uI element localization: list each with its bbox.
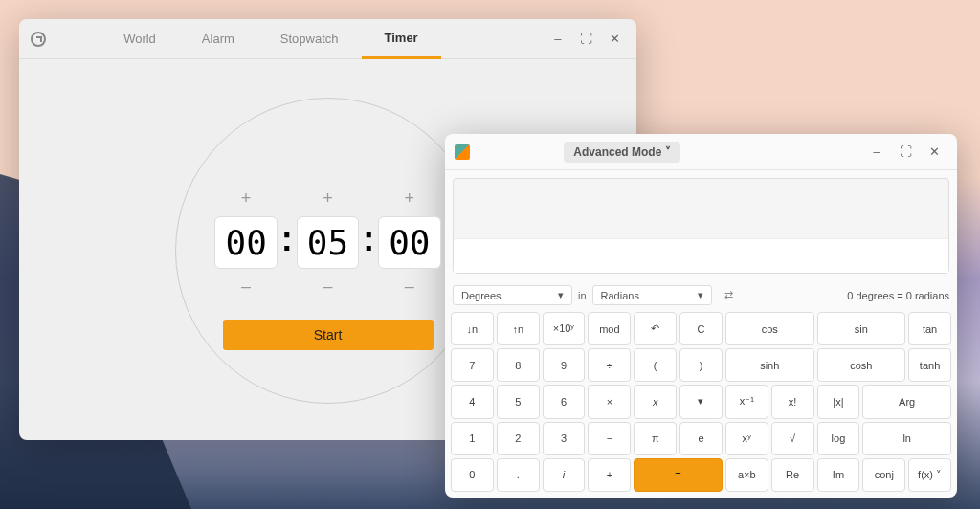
- tab-timer[interactable]: Timer: [362, 19, 441, 59]
- hours-box[interactable]: 00: [214, 216, 277, 269]
- start-button[interactable]: Start: [223, 320, 434, 350]
- btn-lparen[interactable]: (: [634, 348, 677, 382]
- colon: :: [363, 219, 374, 265]
- btn-5[interactable]: 5: [497, 385, 540, 418]
- btn-undo[interactable]: ↶: [634, 312, 677, 345]
- display-input[interactable]: [454, 238, 948, 273]
- btn-3[interactable]: 3: [543, 422, 586, 455]
- btn-shift-up[interactable]: ↑n: [497, 312, 540, 345]
- calculator-window: Advanced Mode ˅ – ⛶ ✕ Degrees ▾ in Radia…: [445, 134, 957, 498]
- btn-memory-dropdown[interactable]: ▾: [679, 385, 723, 418]
- btn-4[interactable]: 4: [451, 385, 494, 418]
- clocks-titlebar: World Alarm Stopwatch Timer – ⛶ ✕: [19, 19, 636, 59]
- btn-ln[interactable]: ln: [862, 422, 951, 455]
- seconds-increment[interactable]: +: [395, 188, 424, 209]
- btn-decimal[interactable]: .: [497, 458, 540, 492]
- btn-pi[interactable]: π: [634, 422, 677, 455]
- clocks-tabs: World Alarm Stopwatch Timer: [100, 19, 441, 59]
- btn-shift-down[interactable]: ↓n: [451, 312, 494, 345]
- angle-from-select[interactable]: Degrees ▾: [453, 285, 572, 305]
- btn-2[interactable]: 2: [497, 422, 540, 455]
- btn-re[interactable]: Re: [771, 458, 814, 492]
- clocks-window-controls: – ⛶ ✕: [550, 32, 629, 47]
- btn-plus[interactable]: +: [588, 458, 631, 492]
- btn-rparen[interactable]: ): [679, 348, 723, 382]
- btn-cos[interactable]: cos: [725, 312, 814, 345]
- calc-app-icon: [455, 144, 470, 160]
- angle-result: 0 degrees = 0 radians: [847, 290, 949, 301]
- btn-cosh[interactable]: cosh: [817, 348, 906, 382]
- btn-multiply[interactable]: ×: [588, 385, 631, 418]
- minimize-button[interactable]: –: [869, 144, 884, 160]
- calc-titlebar: Advanced Mode ˅ – ⛶ ✕: [445, 134, 957, 170]
- btn-i[interactable]: i: [543, 458, 586, 492]
- btn-8[interactable]: 8: [497, 348, 540, 382]
- minutes-increment[interactable]: +: [313, 188, 342, 209]
- btn-divide[interactable]: ÷: [588, 348, 631, 382]
- btn-axb[interactable]: a×b: [725, 458, 768, 492]
- tab-stopwatch[interactable]: Stopwatch: [257, 19, 362, 59]
- maximize-button[interactable]: ⛶: [579, 32, 594, 47]
- btn-9[interactable]: 9: [543, 348, 586, 382]
- close-button[interactable]: ✕: [608, 32, 623, 47]
- hours-increment[interactable]: +: [232, 188, 260, 209]
- btn-x-inverse[interactable]: x⁻¹: [725, 385, 768, 418]
- mode-label: Advanced Mode: [573, 145, 661, 159]
- minutes-decrement[interactable]: –: [313, 277, 342, 297]
- angle-to-label: Radians: [601, 290, 639, 301]
- in-label: in: [578, 290, 587, 301]
- display-history: [454, 179, 948, 238]
- btn-equals[interactable]: =: [634, 458, 723, 492]
- colon: :: [281, 219, 293, 265]
- btn-tan[interactable]: tan: [908, 312, 951, 345]
- calc-keypad: ↓n ↑n ×10ʸ mod ↶ C cos sin tan 7 8 9 ÷ (…: [445, 309, 957, 498]
- btn-sin[interactable]: sin: [817, 312, 906, 345]
- btn-abs[interactable]: |x|: [817, 385, 860, 418]
- swap-button[interactable]: ⇄: [718, 286, 741, 305]
- minimize-button[interactable]: –: [550, 32, 566, 47]
- btn-log[interactable]: log: [817, 422, 860, 455]
- minutes-box[interactable]: 05: [297, 216, 359, 269]
- chevron-down-icon: ▾: [558, 289, 564, 301]
- btn-mod[interactable]: mod: [588, 312, 631, 345]
- close-button[interactable]: ✕: [926, 144, 942, 160]
- tab-world[interactable]: World: [100, 19, 179, 59]
- btn-7[interactable]: 7: [451, 348, 494, 382]
- btn-arg[interactable]: Arg: [862, 385, 951, 418]
- btn-x[interactable]: x: [634, 385, 677, 418]
- btn-conj[interactable]: conj: [862, 458, 905, 492]
- angle-to-select[interactable]: Radians ▾: [592, 285, 712, 305]
- chevron-down-icon: ▾: [698, 289, 703, 301]
- seconds-decrement[interactable]: –: [395, 277, 424, 297]
- btn-x-pow-y[interactable]: xʸ: [725, 422, 768, 455]
- x-label: x: [653, 396, 658, 408]
- btn-clear[interactable]: C: [679, 312, 723, 345]
- btn-sinh[interactable]: sinh: [725, 348, 814, 382]
- angle-conversion-row: Degrees ▾ in Radians ▾ ⇄ 0 degrees = 0 r…: [445, 281, 957, 309]
- timer-time-row: + 00 – : + 05 – : + 00 –: [214, 188, 440, 297]
- btn-im[interactable]: Im: [817, 458, 860, 492]
- maximize-button[interactable]: ⛶: [898, 144, 913, 160]
- btn-factorial[interactable]: x!: [771, 385, 814, 418]
- btn-minus[interactable]: −: [588, 422, 631, 455]
- angle-from-label: Degrees: [461, 290, 501, 301]
- chevron-down-icon: ˅: [665, 145, 671, 159]
- btn-1[interactable]: 1: [451, 422, 494, 455]
- btn-fx[interactable]: f(x) ˅: [908, 458, 951, 492]
- seconds-box[interactable]: 00: [378, 216, 440, 269]
- btn-0[interactable]: 0: [451, 458, 494, 492]
- calc-display[interactable]: [453, 178, 949, 274]
- btn-sqrt[interactable]: √: [771, 422, 814, 455]
- btn-times-10y[interactable]: ×10ʸ: [543, 312, 586, 345]
- clocks-app-icon: [31, 32, 46, 47]
- tab-alarm[interactable]: Alarm: [179, 19, 257, 59]
- hours-decrement[interactable]: –: [232, 277, 260, 297]
- btn-6[interactable]: 6: [543, 385, 586, 418]
- btn-tanh[interactable]: tanh: [908, 348, 951, 382]
- i-label: i: [563, 469, 565, 480]
- calc-window-controls: – ⛶ ✕: [869, 144, 947, 160]
- btn-e[interactable]: e: [679, 422, 723, 455]
- mode-dropdown[interactable]: Advanced Mode ˅: [564, 142, 680, 163]
